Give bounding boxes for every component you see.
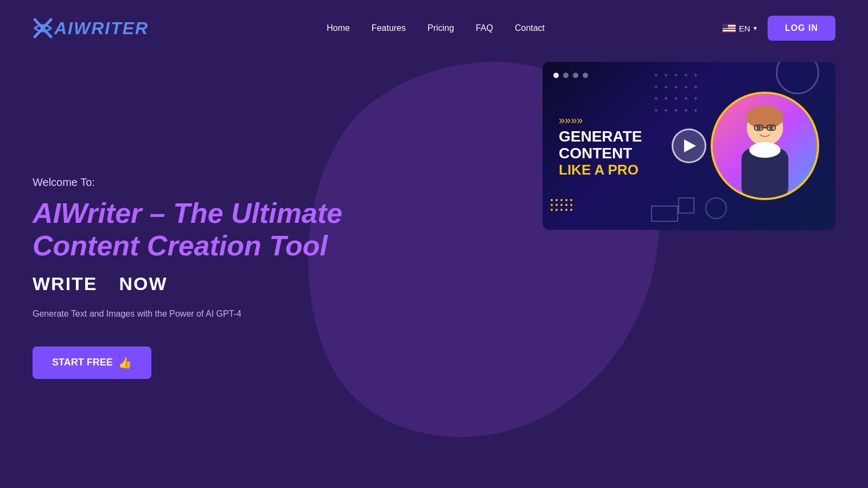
geo-rect2 xyxy=(651,206,678,222)
dot-3 xyxy=(573,73,578,78)
video-text-area: »»»» GENERATE CONTENT LIKE A PRO xyxy=(559,114,642,177)
video-like-pro: LIKE A PRO xyxy=(559,162,642,178)
geo-rect xyxy=(678,197,694,214)
welcome-text: Welcome To: xyxy=(33,176,347,189)
video-container: + + + + ++ + + + ++ + + + ++ + + + + »»»… xyxy=(542,62,835,230)
svg-point-5 xyxy=(757,126,761,130)
play-button[interactable] xyxy=(672,129,706,163)
video-panel[interactable]: + + + + ++ + + + ++ + + + ++ + + + + »»»… xyxy=(542,62,835,230)
arrows-icon: »»»» xyxy=(559,114,642,126)
logo[interactable]: AIWRITER xyxy=(33,17,149,39)
hero-description: Generate Text and Images with the Power … xyxy=(33,307,347,320)
hero-content: Welcome To: AIWriter – The Ultimate Cont… xyxy=(33,176,347,379)
dot-2 xyxy=(563,73,569,78)
logo-text: AIWRITER xyxy=(54,18,149,38)
hero-title: AIWriter – The Ultimate Content Creation… xyxy=(33,197,347,262)
start-free-label: START FREE xyxy=(52,357,113,368)
nav-links: Home Features Pricing FAQ Contact xyxy=(327,23,545,33)
geo-circle-bottom xyxy=(705,197,727,219)
chevron-down-icon: ▾ xyxy=(754,24,757,32)
tagline-now: NOW xyxy=(119,273,168,294)
video-generate-line2: CONTENT xyxy=(559,145,642,162)
login-button[interactable]: LOG IN xyxy=(768,16,835,41)
video-generate-line1: GENERATE xyxy=(559,129,642,145)
language-label: EN xyxy=(739,24,750,33)
svg-point-6 xyxy=(769,126,774,130)
flag-us-icon xyxy=(723,24,736,33)
dot-1 xyxy=(553,73,559,78)
nav-right: EN ▾ LOG IN xyxy=(723,16,835,41)
video-dots-indicator xyxy=(553,73,588,78)
play-triangle-icon xyxy=(684,139,696,152)
dot-4 xyxy=(583,73,588,78)
language-selector[interactable]: EN ▾ xyxy=(723,24,757,33)
start-free-button[interactable]: START FREE 👍 xyxy=(33,346,151,379)
geo-circle-top xyxy=(776,62,819,94)
thumbs-up-icon: 👍 xyxy=(118,356,132,369)
nav-pricing[interactable]: Pricing xyxy=(427,23,454,33)
nav-contact[interactable]: Contact xyxy=(515,23,545,33)
nav-home[interactable]: Home xyxy=(327,23,350,33)
corner-decoration: + + + + ++ + + + ++ + + + ++ + + + + xyxy=(654,70,700,117)
hero-tagline: WRITE NOW xyxy=(33,273,347,294)
dots-grid-decoration xyxy=(551,199,572,214)
svg-point-2 xyxy=(746,106,783,129)
hero-section: Welcome To: AIWriter – The Ultimate Cont… xyxy=(0,56,868,488)
nav-features[interactable]: Features xyxy=(372,23,406,33)
svg-point-4 xyxy=(749,142,781,158)
tagline-write: WRITE xyxy=(33,273,98,294)
navbar: AIWRITER Home Features Pricing FAQ Conta… xyxy=(0,0,868,56)
person-circle xyxy=(711,92,819,200)
nav-faq[interactable]: FAQ xyxy=(476,23,493,33)
